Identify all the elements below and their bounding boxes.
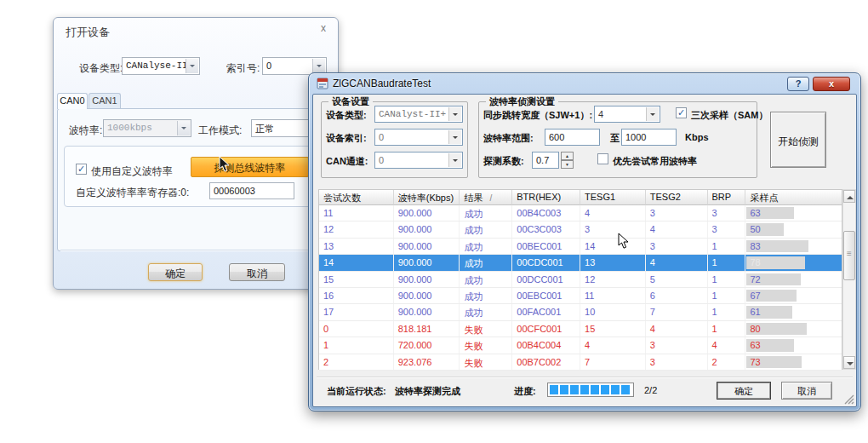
table-cell: 900.000 xyxy=(394,304,460,319)
detect-bus-baudrate-button[interactable]: 探测总线波特率 xyxy=(191,157,309,177)
sjw-label: 同步跳转宽度（SJW+1）: xyxy=(483,109,592,122)
col-tesg2[interactable]: TESG2 xyxy=(646,190,708,205)
table-row[interactable]: 12900.000成功00C3C00334350 xyxy=(319,222,842,238)
table-cell: 1 xyxy=(708,272,746,287)
device-index-combo[interactable]: 0 xyxy=(374,129,463,146)
scrollbar-thumb[interactable] xyxy=(843,231,855,280)
table-cell: 3 xyxy=(646,239,708,254)
table-row[interactable]: 0818.181失败00CFC001154180 xyxy=(319,321,842,337)
table-cell: 16 xyxy=(319,288,394,303)
sample-point-value: 63 xyxy=(750,340,760,350)
device-type-value: CANalyse-II+ xyxy=(126,60,193,71)
table-cell: 10 xyxy=(580,304,646,319)
divider xyxy=(317,377,853,377)
start-detect-button[interactable]: 开始侦测 xyxy=(770,112,826,168)
col-baudrate[interactable]: 波特率(Kbps) xyxy=(394,190,460,205)
progress-segment xyxy=(591,385,599,394)
baudrate-combo[interactable]: 1000kbps xyxy=(103,119,191,137)
table-cell: 900.000 xyxy=(394,255,460,270)
scroll-down-icon[interactable] xyxy=(843,356,855,369)
table-header: 尝试次数 波特率(Kbps) 结果/ BTR(HEX) TESG1 TESG2 … xyxy=(319,190,842,205)
ok-button[interactable]: 确定 xyxy=(148,263,203,281)
progress-segment xyxy=(611,385,620,394)
table-cell: 成功 xyxy=(460,255,512,270)
chevron-down-icon xyxy=(177,121,190,135)
sjw-combo[interactable]: 4 xyxy=(594,106,660,123)
tab-can1[interactable]: CAN1 xyxy=(89,93,121,108)
table-cell: 失败 xyxy=(460,337,512,353)
cancel-button[interactable]: 取消 xyxy=(229,263,285,281)
sample-point-value: 80 xyxy=(750,324,760,334)
table-cell: 6 xyxy=(646,288,708,303)
col-brp[interactable]: BRP xyxy=(708,190,746,205)
custom-register-input[interactable] xyxy=(209,182,294,199)
sample-point-value: 63 xyxy=(750,208,760,218)
spin-up-icon[interactable]: ▲ xyxy=(561,152,574,160)
col-sample[interactable]: 采样点 xyxy=(745,190,842,205)
table-cell: 7 xyxy=(580,354,646,370)
table-cell: 3 xyxy=(646,337,708,353)
col-result[interactable]: 结果/ xyxy=(460,190,512,205)
chevron-down-icon xyxy=(448,153,461,167)
table-cell: 1 xyxy=(708,304,746,319)
title-bar[interactable]: ZlGCANBaudrateTest ? x xyxy=(309,73,860,94)
table-row[interactable]: 2923.076失败00B7C00273273 xyxy=(319,354,842,371)
tab-can0[interactable]: CAN0 xyxy=(57,93,88,109)
table-row[interactable]: 13900.000成功00BEC001143183 xyxy=(319,239,842,255)
index-value: 0 xyxy=(266,60,271,71)
table-cell: 818.181 xyxy=(394,321,460,337)
resize-grip[interactable] xyxy=(843,394,854,405)
sample-point-value: 73 xyxy=(750,357,760,367)
table-cell: 15 xyxy=(319,272,394,287)
chevron-down-icon xyxy=(312,59,325,73)
col-tesg1[interactable]: TESG1 xyxy=(580,190,646,205)
use-custom-baudrate-checkbox[interactable]: ✓ xyxy=(76,164,87,175)
table-row[interactable]: 1720.000失败00B4C00443463 xyxy=(319,337,842,354)
table-cell: 成功 xyxy=(460,304,512,319)
table-cell: 00B4C004 xyxy=(512,337,580,353)
device-type-label: 设备类型: xyxy=(326,109,367,122)
table-cell: 00C3C003 xyxy=(512,222,580,237)
coefficient-spinner[interactable]: ▲ ▼ xyxy=(561,152,574,169)
custom-register-label: 自定义波特率率寄存器:0: xyxy=(76,186,189,200)
sort-icon: / xyxy=(489,193,492,203)
table-cell: 成功 xyxy=(460,222,512,237)
table-cell: 11 xyxy=(319,205,394,221)
spin-down-icon[interactable]: ▼ xyxy=(561,160,574,169)
use-custom-baudrate-label: 使用自定义波特率 xyxy=(91,164,173,179)
device-type-combo[interactable]: CANalyse-II+ xyxy=(122,57,200,75)
table-row[interactable]: 14900.000成功00CDC001134178 xyxy=(319,255,842,271)
col-btr[interactable]: BTR(HEX) xyxy=(512,190,580,205)
common-baudrate-checkbox[interactable] xyxy=(597,153,608,164)
coefficient-input[interactable] xyxy=(532,152,559,169)
triple-sampling-label: 三次采样（SAM） xyxy=(691,109,768,122)
help-button[interactable]: ? xyxy=(787,77,809,91)
table-cell: 00DCC001 xyxy=(512,272,580,287)
table-cell: 12 xyxy=(580,272,646,287)
scroll-up-icon[interactable] xyxy=(843,190,855,203)
table-row[interactable]: 11900.000成功00B4C00343363 xyxy=(319,205,842,222)
range-label: 波特率范围: xyxy=(483,132,534,145)
vertical-scrollbar[interactable] xyxy=(842,189,856,370)
table-cell: 3 xyxy=(708,205,746,221)
ok-button[interactable]: 确定 xyxy=(717,382,771,400)
table-cell: 4 xyxy=(646,321,708,337)
close-icon[interactable]: x xyxy=(321,22,326,34)
range-from-input[interactable] xyxy=(545,129,600,146)
table-cell: 2 xyxy=(708,354,746,370)
sample-point-cell: 83 xyxy=(745,239,842,254)
can-channel-combo[interactable]: 0 xyxy=(374,152,463,169)
device-type-combo[interactable]: CANalyst-II+ xyxy=(374,106,463,123)
table-row[interactable]: 15900.000成功00DCC001125172 xyxy=(319,272,842,288)
range-to-input[interactable] xyxy=(621,129,677,146)
dialog-client-area: 设备设置 设备类型: CANalyst-II+ 设备索引: 0 CAN通道: 0… xyxy=(312,94,857,407)
cancel-button[interactable]: 取消 xyxy=(781,382,832,400)
table-row[interactable]: 17900.000成功00FAC001107161 xyxy=(319,304,842,320)
table-row[interactable]: 16900.000成功00EBC001116167 xyxy=(319,288,842,304)
table-cell: 3 xyxy=(708,222,746,237)
close-button[interactable]: x xyxy=(813,77,850,91)
col-attempts[interactable]: 尝试次数 xyxy=(319,190,394,205)
sample-point-value: 72 xyxy=(750,274,760,285)
triple-sampling-checkbox[interactable]: ✓ xyxy=(676,107,687,118)
table-cell: 13 xyxy=(580,255,646,270)
